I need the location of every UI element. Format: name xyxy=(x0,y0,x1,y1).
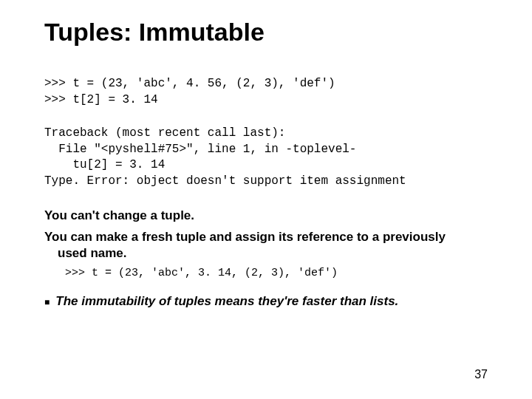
body-text-line-1: You can't change a tuple. xyxy=(44,208,488,225)
body-text-line-2a: You can make a fresh tuple and assign it… xyxy=(44,230,446,244)
body-text-line-2b: used name. xyxy=(44,245,488,262)
code-block-input: >>> t = (23, 'abc', 4. 56, (2, 3), 'def'… xyxy=(44,76,488,108)
body-text-line-2: You can make a fresh tuple and assign it… xyxy=(44,229,488,263)
page-number: 37 xyxy=(474,368,488,381)
bullet-square-icon: ■ xyxy=(44,294,50,310)
bullet-line: ■ The immutability of tuples means they'… xyxy=(44,294,488,310)
code-block-traceback: Traceback (most recent call last): File … xyxy=(44,126,488,189)
bullet-text: The immutability of tuples means they're… xyxy=(55,294,398,309)
code-block-reassign: >>> t = (23, 'abc', 3. 14, (2, 3), 'def'… xyxy=(44,267,488,279)
slide: Tuples: Immutable >>> t = (23, 'abc', 4.… xyxy=(0,0,532,399)
slide-title: Tuples: Immutable xyxy=(44,18,488,47)
